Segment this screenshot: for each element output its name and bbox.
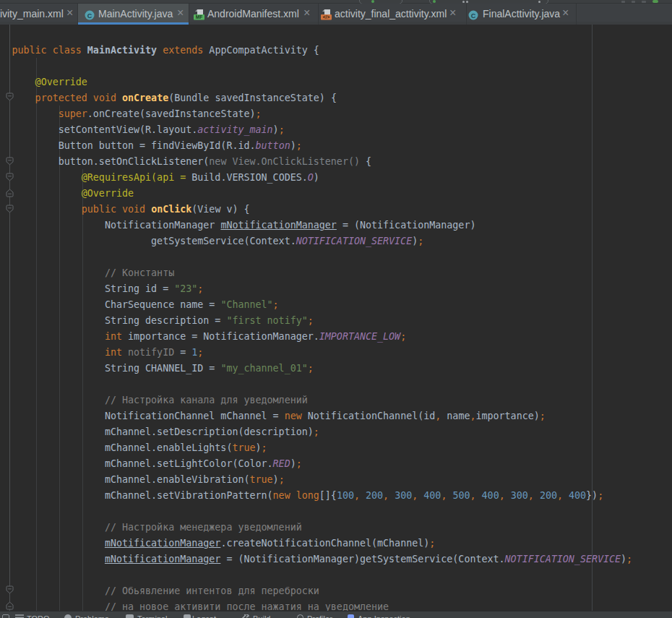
svg-text:C: C [87, 12, 92, 20]
svg-text:MF: MF [196, 14, 202, 20]
svg-text:C: C [471, 12, 476, 20]
svg-text:</>: </> [323, 14, 330, 20]
